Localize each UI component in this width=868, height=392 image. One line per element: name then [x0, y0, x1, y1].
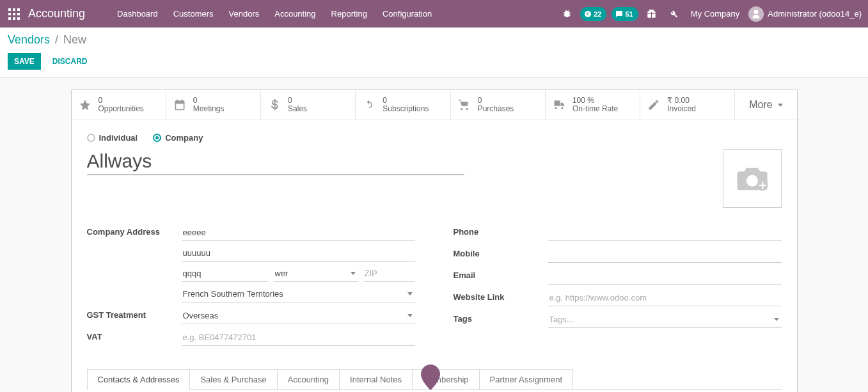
- zip-input[interactable]: [363, 265, 415, 282]
- refresh-icon: [363, 98, 375, 111]
- nav-accounting[interactable]: Accounting: [268, 5, 322, 22]
- form-sheet: 0Opportunities 0Meetings 0Sales 0Subscri…: [71, 90, 798, 392]
- stat-sales[interactable]: 0Sales: [261, 90, 356, 120]
- timer-badge[interactable]: 22: [580, 7, 606, 21]
- avatar-icon: [748, 6, 764, 22]
- svg-rect-7: [13, 17, 15, 20]
- nav-vendors[interactable]: Vendors: [223, 5, 266, 22]
- user-menu[interactable]: Administrator (odoo14_e): [748, 6, 862, 22]
- svg-rect-4: [13, 13, 15, 15]
- apps-menu-icon[interactable]: [4, 4, 24, 24]
- grid-icon: [8, 8, 20, 20]
- chat-icon: [615, 10, 623, 18]
- star-icon: [79, 98, 91, 111]
- dollar-icon: [268, 98, 281, 111]
- truck-icon: [553, 98, 565, 111]
- discard-button[interactable]: DISCARD: [52, 57, 88, 66]
- stat-buttons: 0Opportunities 0Meetings 0Sales 0Subscri…: [72, 90, 797, 120]
- topbar: Accounting Dashboard Customers Vendors A…: [0, 0, 868, 27]
- app-name[interactable]: Accounting: [28, 7, 85, 20]
- svg-rect-1: [13, 8, 15, 11]
- label-gst: GST Treatment: [87, 308, 182, 320]
- cart-icon: [458, 98, 471, 111]
- breadcrumb: Vendors / New: [8, 33, 858, 47]
- stat-subscriptions[interactable]: 0Subscriptions: [356, 90, 450, 120]
- left-column: Company Address: [87, 224, 415, 351]
- content-scroll[interactable]: 0Opportunities 0Meetings 0Sales 0Subscri…: [0, 82, 868, 392]
- nav: Dashboard Customers Vendors Accounting R…: [111, 5, 438, 22]
- save-button[interactable]: SAVE: [8, 53, 41, 70]
- label-tags: Tags: [454, 311, 548, 324]
- city-input[interactable]: [182, 265, 269, 282]
- street-input[interactable]: [182, 224, 415, 241]
- stat-ontime[interactable]: 100 %On-time Rate: [546, 90, 640, 120]
- breadcrumb-sep: /: [55, 33, 58, 47]
- radio-icon: [153, 134, 161, 142]
- chat-count: 51: [625, 10, 633, 18]
- tags-input[interactable]: [548, 311, 782, 328]
- radio-icon: [87, 134, 95, 142]
- stat-invoiced[interactable]: ₹ 0.00Invoiced: [640, 90, 735, 120]
- label-vat: VAT: [87, 329, 182, 341]
- nav-configuration[interactable]: Configuration: [376, 5, 438, 22]
- label-company-address: Company Address: [87, 224, 182, 237]
- image-upload[interactable]: [723, 149, 782, 208]
- phone-input[interactable]: [548, 224, 782, 241]
- radio-individual[interactable]: Individual: [87, 133, 138, 143]
- chat-badge[interactable]: 51: [612, 7, 638, 21]
- svg-rect-5: [17, 13, 20, 15]
- timer-count: 22: [594, 10, 601, 18]
- gift-icon[interactable]: [643, 6, 660, 22]
- tab-partner-assignment[interactable]: Partner Assignment: [479, 369, 573, 389]
- stat-opportunities[interactable]: 0Opportunities: [72, 90, 166, 120]
- name-input[interactable]: [87, 149, 464, 175]
- breadcrumb-root[interactable]: Vendors: [8, 33, 50, 47]
- svg-rect-2: [17, 8, 20, 11]
- tab-internal-notes[interactable]: Internal Notes: [339, 369, 413, 389]
- control-panel: Vendors / New SAVE DISCARD: [0, 27, 868, 78]
- stat-purchases[interactable]: 0Purchases: [451, 90, 546, 120]
- map-marker-icon[interactable]: [421, 365, 440, 390]
- svg-rect-0: [8, 8, 11, 11]
- tab-contacts[interactable]: Contacts & Addresses: [87, 369, 191, 389]
- mobile-input[interactable]: [548, 246, 782, 263]
- nav-dashboard[interactable]: Dashboard: [111, 5, 164, 22]
- right-column: Phone Mobile Email Website Link Tags: [454, 224, 782, 351]
- edit-icon: [647, 98, 660, 111]
- clock-icon: [584, 10, 592, 18]
- label-mobile: Mobile: [454, 246, 548, 258]
- action-buttons: SAVE DISCARD: [8, 53, 858, 70]
- state-input[interactable]: [274, 265, 358, 282]
- camera-plus-icon: [734, 164, 771, 193]
- nav-customers[interactable]: Customers: [167, 5, 220, 22]
- gst-input[interactable]: [182, 308, 415, 324]
- company-type: Individual Company: [87, 133, 782, 143]
- user-name: Administrator (odoo14_e): [768, 9, 862, 19]
- tools-icon[interactable]: [665, 6, 682, 22]
- website-input[interactable]: [548, 290, 782, 306]
- stat-more[interactable]: More: [735, 90, 796, 120]
- breadcrumb-current: New: [63, 33, 86, 47]
- tab-accounting[interactable]: Accounting: [277, 369, 340, 389]
- vat-input[interactable]: [182, 329, 415, 346]
- topbar-right: 22 51 My Company Administrator (odoo14_e…: [558, 6, 862, 22]
- radio-company[interactable]: Company: [153, 133, 203, 143]
- calendar-icon: [173, 98, 186, 111]
- label-email: Email: [454, 268, 548, 280]
- label-website: Website Link: [454, 290, 548, 302]
- country-input[interactable]: [182, 286, 415, 302]
- chevron-down-icon: [778, 104, 783, 107]
- nav-reporting[interactable]: Reporting: [325, 5, 374, 22]
- street2-input[interactable]: [182, 245, 415, 262]
- svg-rect-8: [17, 17, 20, 20]
- tab-sales-purchase[interactable]: Sales & Purchase: [189, 369, 277, 389]
- email-input[interactable]: [548, 268, 782, 285]
- svg-rect-3: [8, 13, 11, 15]
- stat-meetings[interactable]: 0Meetings: [166, 90, 261, 120]
- svg-rect-6: [8, 17, 11, 20]
- company-name[interactable]: My Company: [691, 9, 740, 19]
- bug-icon[interactable]: [558, 6, 575, 22]
- label-phone: Phone: [454, 224, 548, 237]
